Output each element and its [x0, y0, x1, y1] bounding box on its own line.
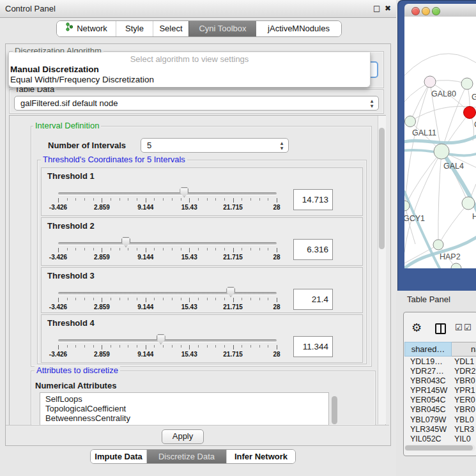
tab-infer-network[interactable]: Infer Network: [226, 450, 295, 463]
tab-cyni-toolbox[interactable]: Cyni Toolbox: [188, 21, 256, 36]
tick-minor: [259, 345, 260, 348]
tab-network[interactable]: Network: [57, 21, 116, 36]
slider-track[interactable]: [58, 292, 277, 295]
cell-name: YBR0: [452, 405, 475, 415]
gal4-node[interactable]: [434, 144, 449, 159]
tick-label: 15.43: [181, 204, 197, 211]
attribute-item[interactable]: SelfLoops: [40, 393, 328, 404]
slider-thumb[interactable]: [226, 287, 235, 297]
apply-button[interactable]: Apply: [162, 429, 204, 444]
table-row[interactable]: YLR345WYLR3: [404, 425, 476, 434]
gal80-node[interactable]: [424, 76, 436, 88]
tick-major: [277, 298, 277, 302]
tick-label: -3.426: [49, 204, 67, 211]
slider-thumb[interactable]: [121, 237, 130, 247]
network-edge: [438, 151, 441, 245]
checkbox-icon[interactable]: ☑: [464, 323, 472, 332]
tab-discretize-data[interactable]: Discretize Data: [146, 450, 226, 463]
node-top-right[interactable]: [461, 78, 473, 89]
slider-track[interactable]: [58, 339, 277, 342]
attribute-item[interactable]: BetweennessCentrality: [40, 413, 328, 423]
node-label: GCY1: [404, 214, 425, 223]
threshold-value[interactable]: 6.316: [293, 239, 333, 260]
settings-scrollbar-thumb[interactable]: [379, 128, 385, 249]
threshold-slider[interactable]: -3.4262.8599.14415.4321.71528: [58, 218, 277, 265]
hap2-node[interactable]: [433, 240, 443, 250]
tick-minor: [224, 345, 225, 348]
tab-label: Select: [159, 21, 182, 36]
tick-minor: [224, 248, 225, 250]
columns-icon[interactable]: [435, 323, 446, 334]
tab-style[interactable]: Style: [116, 21, 153, 36]
tick-major: [58, 345, 59, 349]
table-row[interactable]: YBL079WYBL0: [404, 415, 476, 425]
tab-jactivemnodules[interactable]: jActiveMNodules: [256, 21, 341, 36]
algorithm-option-manual[interactable]: Manual Discretization: [10, 65, 369, 75]
threshold-value[interactable]: 21.4: [293, 289, 333, 310]
algorithm-options: Manual DiscretizationEqual Width/Frequen…: [10, 65, 369, 85]
tick-label: -3.426: [49, 254, 67, 261]
combo-stepper-icon[interactable]: ▲▼: [369, 98, 375, 109]
number-of-intervals-select[interactable]: 5 ▲▼: [141, 138, 289, 153]
tick-minor: [119, 345, 120, 348]
column-header-name[interactable]: na: [452, 342, 476, 357]
tab-select[interactable]: Select: [153, 21, 188, 36]
tab-impute-data[interactable]: Impute Data: [91, 450, 146, 463]
tick-minor: [67, 248, 68, 250]
column-header-shared-name[interactable]: shared…: [404, 342, 452, 357]
cell-shared-name: YDR27…: [404, 367, 452, 376]
tick-label: 15.43: [181, 254, 197, 261]
threshold-slider[interactable]: -3.4262.8599.14415.4321.71528: [58, 268, 277, 312]
table-row[interactable]: YBR045CYBR0: [404, 405, 476, 415]
table-row[interactable]: YDL19…YDL1: [404, 357, 476, 367]
numerical-attributes-list[interactable]: SelfLoopsTopologicalCoefficientBetweenne…: [40, 392, 329, 426]
tick-minor: [119, 248, 120, 250]
close-icon[interactable]: ✖: [385, 0, 391, 17]
float-window-icon[interactable]: □: [373, 0, 380, 17]
attribute-item[interactable]: TopologicalCoefficient: [40, 404, 328, 413]
node-label: GAL11: [412, 128, 436, 137]
table-row[interactable]: YDR27…YDR2: [404, 367, 476, 376]
algorithm-option-equal[interactable]: Equal Width/Frequency Discretization: [10, 75, 369, 85]
table-hscrollbar[interactable]: [404, 445, 475, 451]
attributes-scrollbar[interactable]: [330, 392, 338, 424]
table-row[interactable]: YPR145WYPR1: [404, 386, 476, 395]
tick-label: 2.859: [94, 351, 110, 358]
slider-thumb[interactable]: [157, 334, 165, 344]
tick-minor: [128, 198, 128, 201]
attributes-scrollbar-thumb[interactable]: [332, 396, 337, 424]
tick-minor: [128, 345, 128, 348]
tick-label: 21.715: [223, 204, 243, 211]
red-node[interactable]: [464, 107, 476, 119]
slider-track[interactable]: [58, 192, 277, 195]
mac-zoom-button[interactable]: [432, 7, 440, 15]
tick-minor: [172, 298, 173, 300]
tick-label: 2.859: [94, 303, 110, 311]
node-right[interactable]: [462, 197, 475, 210]
attributes-group-label: Attributes to discretize: [35, 366, 120, 374]
mac-close-button[interactable]: [411, 7, 420, 15]
mac-minimize-button[interactable]: [422, 7, 430, 15]
slider-thumb[interactable]: [180, 187, 188, 197]
table-row[interactable]: YER054CYER0: [404, 395, 476, 405]
threshold-value[interactable]: 14.713: [293, 189, 333, 210]
threshold-slider[interactable]: -3.4262.8599.14415.4321.71528: [58, 315, 277, 362]
combo-stepper-icon[interactable]: ▲▼: [279, 141, 285, 151]
tick-minor: [198, 198, 199, 201]
slider-track[interactable]: [58, 242, 277, 245]
node-label: H: [472, 212, 476, 221]
threshold-slider[interactable]: -3.4262.8599.14415.4321.71528: [58, 168, 277, 215]
tick-minor: [181, 298, 181, 300]
network-canvas[interactable]: GAL80GACGAL11GAL4GCY1HHAP2: [404, 17, 476, 268]
table-row[interactable]: YIL052CYIL0: [404, 434, 476, 444]
table-hscrollbar-thumb[interactable]: [405, 445, 473, 450]
threshold-value[interactable]: 11.344: [293, 336, 333, 357]
tick-minor: [128, 248, 128, 250]
checkbox-icon[interactable]: ☑: [455, 323, 463, 332]
tab-label: Network: [77, 21, 107, 36]
gear-icon[interactable]: ⚙: [411, 321, 422, 334]
table-data-select[interactable]: galFiltered.sif default node ▲▼: [14, 96, 379, 111]
table-row[interactable]: YBR043CYBR0: [404, 376, 476, 386]
cell-name: YBR0: [452, 376, 475, 386]
gal11-node[interactable]: [405, 116, 416, 127]
